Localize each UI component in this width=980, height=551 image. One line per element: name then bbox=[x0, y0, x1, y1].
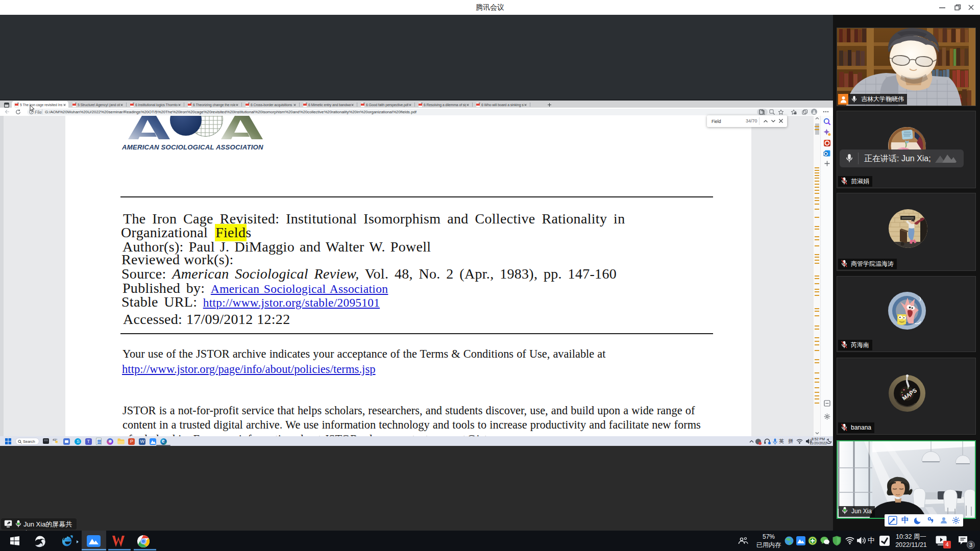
svg-text:AMERICAN SOCIOLOGICAL ASSOCIAT: AMERICAN SOCIOLOGICAL ASSOCIATION bbox=[121, 143, 263, 151]
svg-text:43°: 43° bbox=[53, 438, 58, 441]
